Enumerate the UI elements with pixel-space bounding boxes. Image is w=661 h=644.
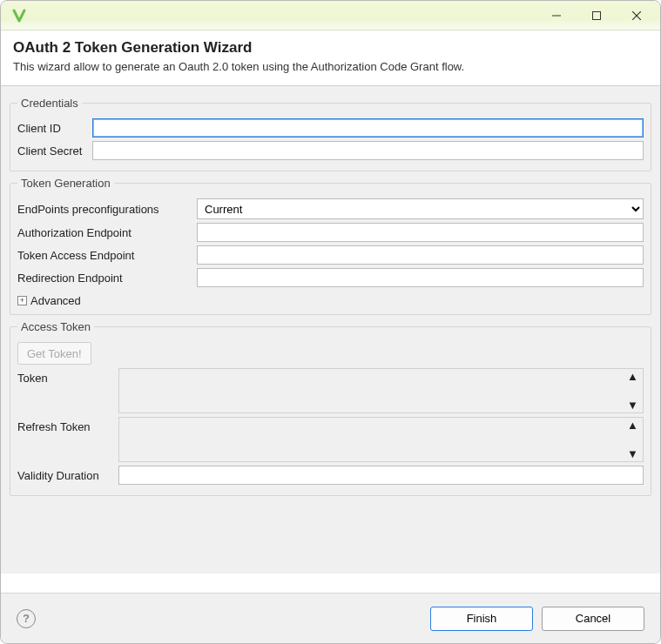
triangle-up-icon[interactable]: ▲ bbox=[627, 371, 643, 382]
triangle-down-icon[interactable]: ▼ bbox=[627, 399, 643, 411]
redirect-endpoint-input[interactable] bbox=[197, 268, 644, 287]
auth-endpoint-label: Authorization Endpoint bbox=[17, 226, 192, 239]
endpoints-preconfig-label: EndPoints preconfigurations bbox=[17, 203, 192, 216]
auth-endpoint-input[interactable] bbox=[197, 223, 644, 242]
cancel-button[interactable]: Cancel bbox=[542, 607, 644, 631]
client-id-input[interactable] bbox=[92, 118, 644, 138]
token-generation-legend: Token Generation bbox=[17, 177, 114, 190]
token-output: ▲ ▼ bbox=[118, 368, 644, 413]
minimize-button[interactable] bbox=[536, 3, 577, 29]
token-label: Token bbox=[17, 368, 113, 385]
credentials-group: Credentials Client ID Client Secret bbox=[10, 97, 651, 171]
dialog-button-bar: ? Finish Cancel bbox=[1, 593, 660, 643]
help-icon[interactable]: ? bbox=[17, 609, 36, 628]
redirect-endpoint-label: Redirection Endpoint bbox=[17, 272, 192, 285]
refresh-token-label: Refresh Token bbox=[17, 417, 113, 433]
wizard-header: OAuth 2 Token Generation Wizard This wiz… bbox=[1, 30, 660, 86]
page-title: OAuth 2 Token Generation Wizard bbox=[13, 39, 648, 57]
get-token-button[interactable]: Get Token! bbox=[17, 342, 91, 365]
plus-icon: + bbox=[17, 296, 27, 305]
triangle-up-icon[interactable]: ▲ bbox=[627, 419, 643, 431]
advanced-toggle[interactable]: + Advanced bbox=[17, 291, 644, 307]
token-generation-group: Token Generation EndPoints preconfigurat… bbox=[10, 177, 651, 315]
svg-rect-1 bbox=[593, 11, 601, 19]
token-endpoint-input[interactable] bbox=[197, 245, 644, 265]
validity-label: Validity Duration bbox=[17, 469, 113, 482]
access-token-group: Access Token Get Token! Token ▲ ▼ Refres… bbox=[10, 320, 651, 496]
validity-output bbox=[118, 466, 644, 485]
client-secret-label: Client Secret bbox=[17, 144, 87, 158]
close-button[interactable] bbox=[617, 3, 657, 29]
finish-button[interactable]: Finish bbox=[430, 607, 533, 631]
endpoints-preconfig-select[interactable]: Current bbox=[197, 198, 644, 219]
refresh-token-value bbox=[119, 418, 627, 461]
client-secret-input[interactable] bbox=[92, 141, 644, 160]
window-titlebar bbox=[1, 1, 660, 30]
refresh-token-output: ▲ ▼ bbox=[118, 417, 644, 462]
page-description: This wizard allow to generate an Oauth 2… bbox=[13, 60, 648, 73]
credentials-legend: Credentials bbox=[17, 97, 82, 110]
wizard-body: Credentials Client ID Client Secret Toke… bbox=[1, 86, 660, 574]
token-endpoint-label: Token Access Endpoint bbox=[17, 249, 192, 262]
access-token-legend: Access Token bbox=[17, 320, 94, 333]
triangle-down-icon[interactable]: ▼ bbox=[627, 448, 643, 460]
maximize-button[interactable] bbox=[577, 3, 617, 29]
window-controls bbox=[536, 3, 657, 29]
advanced-label: Advanced bbox=[30, 294, 81, 307]
token-value bbox=[119, 369, 627, 413]
app-icon bbox=[11, 8, 27, 23]
client-id-label: Client ID bbox=[17, 122, 87, 135]
